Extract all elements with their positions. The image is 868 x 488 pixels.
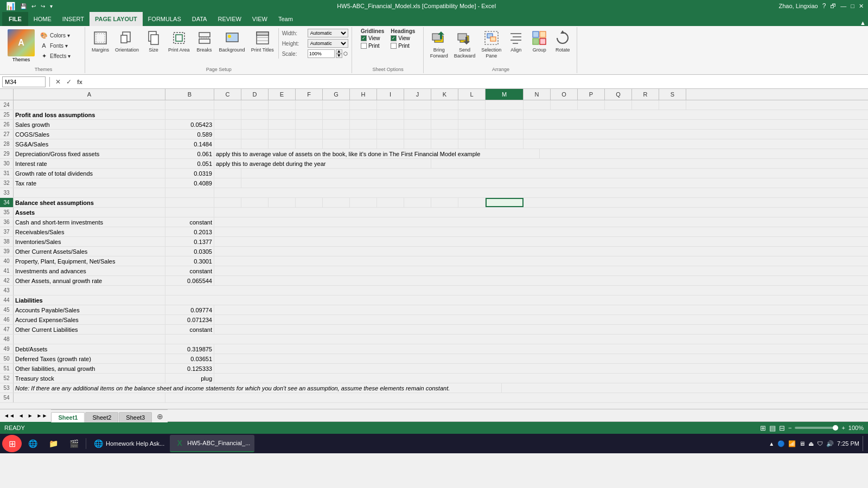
tray-expand-icon[interactable]: ▲ — [769, 441, 774, 447]
cell-k34[interactable] — [431, 198, 458, 207]
zoom-plus-icon[interactable]: + — [841, 425, 845, 431]
cell-j25[interactable] — [404, 110, 431, 119]
cell-b28[interactable]: 0.1484 — [165, 139, 214, 149]
taskbar-media[interactable]: 🎬 — [64, 435, 84, 452]
tab-team[interactable]: Team — [273, 12, 298, 26]
cell-b32[interactable]: 0.4089 — [165, 178, 214, 188]
tab-file[interactable]: FILE — [2, 12, 28, 26]
cell-b41[interactable]: constant — [165, 266, 214, 275]
cell-b47[interactable]: constant — [165, 325, 214, 334]
col-header-r[interactable]: R — [632, 89, 659, 100]
cell-m26[interactable] — [486, 120, 524, 129]
cell-f26[interactable] — [296, 120, 323, 129]
cell-a25[interactable]: Profit and loss assumptions — [14, 110, 165, 119]
cell-a28[interactable]: SG&A/Sales — [14, 139, 165, 149]
cell-c32[interactable] — [214, 178, 241, 188]
margins-button[interactable]: Margins — [90, 28, 111, 54]
col-header-b[interactable]: B — [165, 89, 214, 100]
cell-a38[interactable]: Inventories/Sales — [14, 237, 165, 246]
cell-a49[interactable]: Debt/Assets — [14, 344, 165, 354]
cell-j26[interactable] — [404, 120, 431, 129]
cell-i24[interactable] — [377, 100, 404, 110]
cell-a40[interactable]: Property, Plant, Equipment, Net/Sales — [14, 256, 165, 266]
cell-b36[interactable]: constant — [165, 217, 214, 227]
redo-icon[interactable]: ↪ — [39, 3, 47, 10]
cell-a45[interactable]: Accounts Payable/Sales — [14, 305, 165, 314]
cell-b27[interactable]: 0.589 — [165, 130, 214, 139]
cell-d34[interactable] — [241, 198, 269, 207]
cell-b50[interactable]: 0.03651 — [165, 354, 214, 363]
insert-function-icon[interactable]: fx — [75, 78, 84, 86]
headings-print-checkbox[interactable]: Print — [391, 42, 415, 49]
cell-a50[interactable]: Deferred Taxes (growth rate) — [14, 354, 165, 363]
cell-k27[interactable] — [431, 130, 458, 139]
cell-e27[interactable] — [269, 130, 296, 139]
name-box[interactable] — [2, 76, 46, 87]
cell-k26[interactable] — [431, 120, 458, 129]
taskbar-ie[interactable]: 🌐 — [23, 435, 42, 452]
cell-a39[interactable]: Other Current Assets/Sales — [14, 247, 165, 256]
col-header-n[interactable]: N — [524, 89, 551, 100]
taskbar-explorer[interactable]: 📁 — [43, 435, 63, 452]
cell-e25[interactable] — [269, 110, 296, 119]
cell-d28[interactable] — [241, 139, 269, 149]
cell-a33[interactable] — [14, 188, 165, 197]
cell-c24[interactable] — [214, 100, 241, 110]
cell-r24[interactable] — [632, 100, 659, 110]
cell-g28[interactable] — [323, 139, 350, 149]
cell-b51[interactable]: 0.125333 — [165, 364, 214, 373]
zoom-level[interactable]: 100% — [848, 425, 864, 431]
cell-l28[interactable] — [458, 139, 486, 149]
cell-f27[interactable] — [296, 130, 323, 139]
cell-a36[interactable]: Cash and short-term investments — [14, 217, 165, 227]
cell-b24[interactable] — [165, 100, 214, 110]
col-header-i[interactable]: I — [377, 89, 404, 100]
cell-c31[interactable] — [214, 169, 241, 178]
cell-f24[interactable] — [296, 100, 323, 110]
save-icon[interactable]: 💾 — [18, 3, 28, 10]
scale-down[interactable]: ▼ — [336, 54, 342, 58]
cell-b29[interactable]: 0.061 — [165, 149, 214, 158]
tab-home[interactable]: HOME — [28, 12, 57, 26]
cell-b42[interactable]: 0.065544 — [165, 276, 214, 285]
cell-i27[interactable] — [377, 130, 404, 139]
align-button[interactable]: Align — [505, 28, 527, 54]
cell-l24[interactable] — [458, 100, 486, 110]
zoom-minus-icon[interactable]: − — [788, 425, 792, 431]
restore-down-icon[interactable]: 🗗 — [830, 3, 836, 9]
background-button[interactable]: Background — [217, 28, 247, 54]
cell-d26[interactable] — [241, 120, 269, 129]
confirm-formula-icon[interactable]: ✓ — [65, 78, 73, 86]
cell-k25[interactable] — [431, 110, 458, 119]
cell-a52[interactable]: Treasury stock — [14, 374, 165, 383]
cell-j28[interactable] — [404, 139, 431, 149]
cell-b25[interactable] — [165, 110, 214, 119]
cell-m34[interactable] — [486, 198, 524, 207]
cell-m28[interactable] — [486, 139, 524, 149]
cell-a41[interactable]: Investments and advances — [14, 266, 165, 275]
cell-a51[interactable]: Other liabilities, annual growth — [14, 364, 165, 373]
tray-monitor-icon[interactable]: 🖥 — [799, 440, 805, 447]
col-header-h[interactable]: H — [350, 89, 377, 100]
cell-a54[interactable] — [14, 393, 165, 402]
cell-h28[interactable] — [350, 139, 377, 149]
tray-antivirus-icon[interactable]: 🛡 — [817, 440, 823, 447]
cell-b38[interactable]: 0.1377 — [165, 237, 214, 246]
cell-a24[interactable] — [14, 100, 165, 110]
cell-h26[interactable] — [350, 120, 377, 129]
selection-pane-button[interactable]: Selection Pane — [479, 28, 503, 60]
cell-b26[interactable]: 0.05423 — [165, 120, 214, 129]
cell-a32[interactable]: Tax rate — [14, 178, 165, 188]
sheet-add-button[interactable]: ⊕ — [152, 410, 168, 422]
cell-l34[interactable] — [458, 198, 486, 207]
cell-b30[interactable]: 0.051 — [165, 159, 214, 168]
cell-d27[interactable] — [241, 130, 269, 139]
cell-a42[interactable]: Other Assets, annual growth rate — [14, 276, 165, 285]
print-area-button[interactable]: Print Area — [166, 28, 192, 54]
tab-review[interactable]: REVIEW — [212, 12, 246, 26]
scale-input[interactable] — [308, 49, 335, 58]
cell-b34[interactable] — [165, 198, 214, 207]
cell-h34[interactable] — [350, 198, 377, 207]
cancel-formula-icon[interactable]: ✕ — [54, 78, 62, 86]
cell-j27[interactable] — [404, 130, 431, 139]
